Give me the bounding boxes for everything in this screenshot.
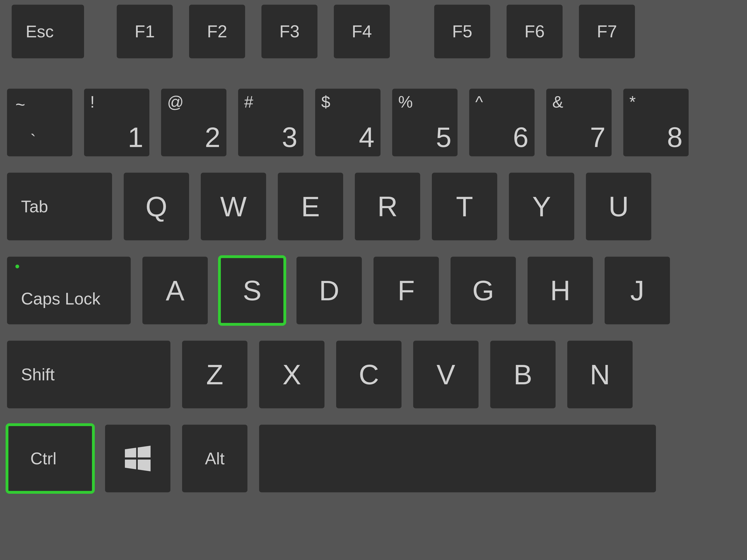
svg-marker-2 — [125, 459, 136, 469]
key-f6[interactable]: F6 — [507, 5, 563, 58]
key-n-label: N — [590, 361, 610, 389]
key-c[interactable]: C — [336, 341, 402, 408]
key-n[interactable]: N — [567, 341, 633, 408]
key-f1-label: F1 — [135, 23, 155, 40]
key-2-upper: @ — [167, 94, 184, 110]
key-t[interactable]: T — [432, 173, 497, 240]
key-f1[interactable]: F1 — [117, 5, 173, 58]
key-x-label: X — [282, 361, 301, 389]
key-f3[interactable]: F3 — [261, 5, 317, 58]
key-q[interactable]: Q — [124, 173, 189, 240]
key-3-upper: # — [244, 94, 253, 110]
key-8[interactable]: * 8 — [623, 89, 689, 156]
key-s[interactable]: S — [220, 257, 285, 324]
key-f5[interactable]: F5 — [434, 5, 490, 58]
svg-marker-1 — [138, 446, 151, 458]
key-e-label: E — [301, 192, 320, 220]
key-7[interactable]: & 7 — [546, 89, 612, 156]
key-ctrl[interactable]: Ctrl — [7, 425, 93, 492]
key-7-upper: & — [552, 94, 563, 110]
key-f3-label: F3 — [279, 23, 300, 40]
key-esc[interactable]: Esc — [12, 5, 84, 58]
key-4-upper: $ — [321, 94, 330, 110]
key-w[interactable]: W — [201, 173, 266, 240]
key-shift[interactable]: Shift — [7, 341, 171, 408]
key-6[interactable]: ^ 6 — [469, 89, 535, 156]
key-caps-lock-label: Caps Lock — [21, 290, 100, 307]
key-tab-label: Tab — [21, 198, 48, 215]
key-f4-label: F4 — [352, 23, 372, 40]
key-alt-label: Alt — [205, 450, 225, 467]
key-tab[interactable]: Tab — [7, 173, 112, 240]
key-a[interactable]: A — [143, 257, 208, 324]
key-b[interactable]: B — [490, 341, 556, 408]
key-ctrl-label: Ctrl — [30, 450, 56, 467]
key-u-label: U — [609, 192, 629, 220]
key-j-label: J — [630, 276, 644, 304]
key-tilde[interactable]: ~ ` — [7, 89, 72, 156]
key-w-label: W — [220, 192, 247, 220]
key-f7-label: F7 — [597, 23, 617, 40]
key-z-label: Z — [206, 361, 223, 389]
key-5[interactable]: % 5 — [392, 89, 458, 156]
key-h[interactable]: H — [527, 257, 593, 324]
key-7-lower: 7 — [590, 123, 606, 151]
caps-lock-indicator-icon — [16, 265, 19, 268]
key-r-label: R — [378, 192, 398, 220]
key-f2-label: F2 — [207, 23, 227, 40]
key-2-lower: 2 — [205, 123, 221, 151]
key-e[interactable]: E — [278, 173, 343, 240]
key-h-label: H — [550, 276, 570, 304]
key-8-upper: * — [629, 94, 636, 110]
key-q-label: Q — [146, 192, 167, 220]
key-5-upper: % — [398, 94, 413, 110]
windows-logo-icon — [125, 446, 151, 471]
key-tilde-upper: ~ — [16, 96, 25, 113]
key-5-lower: 5 — [436, 123, 452, 151]
key-alt[interactable]: Alt — [182, 425, 248, 492]
key-6-lower: 6 — [513, 123, 529, 151]
key-3[interactable]: # 3 — [238, 89, 304, 156]
key-6-upper: ^ — [475, 94, 483, 110]
key-windows[interactable] — [105, 425, 171, 492]
key-4[interactable]: $ 4 — [315, 89, 381, 156]
key-v-label: V — [437, 361, 455, 389]
key-v[interactable]: V — [413, 341, 479, 408]
key-j[interactable]: J — [604, 257, 670, 324]
key-f4[interactable]: F4 — [334, 5, 390, 58]
key-f[interactable]: F — [374, 257, 439, 324]
key-g[interactable]: G — [450, 257, 516, 324]
key-b-label: B — [514, 361, 532, 389]
key-u[interactable]: U — [586, 173, 651, 240]
key-space[interactable] — [259, 425, 656, 492]
key-tilde-lower: ` — [30, 132, 36, 149]
key-shift-label: Shift — [21, 366, 55, 383]
key-caps-lock[interactable]: Caps Lock — [7, 257, 131, 324]
key-d-label: D — [319, 276, 339, 304]
svg-marker-3 — [138, 459, 151, 471]
key-y[interactable]: Y — [509, 173, 574, 240]
key-1-lower: 1 — [128, 123, 143, 151]
key-y-label: Y — [532, 192, 551, 220]
key-f5-label: F5 — [452, 23, 472, 40]
key-s-label: S — [243, 276, 261, 304]
key-esc-label: Esc — [26, 23, 54, 40]
key-r[interactable]: R — [355, 173, 420, 240]
key-t-label: T — [456, 192, 473, 220]
key-f2[interactable]: F2 — [189, 5, 245, 58]
key-2[interactable]: @ 2 — [161, 89, 227, 156]
svg-marker-0 — [125, 448, 136, 458]
key-1-upper: ! — [90, 94, 95, 110]
key-x[interactable]: X — [259, 341, 325, 408]
keyboard: Esc F1 F2 F3 F4 F5 F6 F7 ~ ` ! 1 @ 2 # 3… — [0, 0, 747, 560]
key-c-label: C — [359, 361, 379, 389]
key-8-lower: 8 — [667, 123, 682, 151]
key-1[interactable]: ! 1 — [84, 89, 149, 156]
key-f6-label: F6 — [524, 23, 545, 40]
key-d[interactable]: D — [297, 257, 362, 324]
key-f-label: F — [397, 276, 415, 304]
key-z[interactable]: Z — [182, 341, 248, 408]
key-g-label: G — [472, 276, 494, 304]
key-3-lower: 3 — [282, 123, 298, 151]
key-f7[interactable]: F7 — [579, 5, 635, 58]
